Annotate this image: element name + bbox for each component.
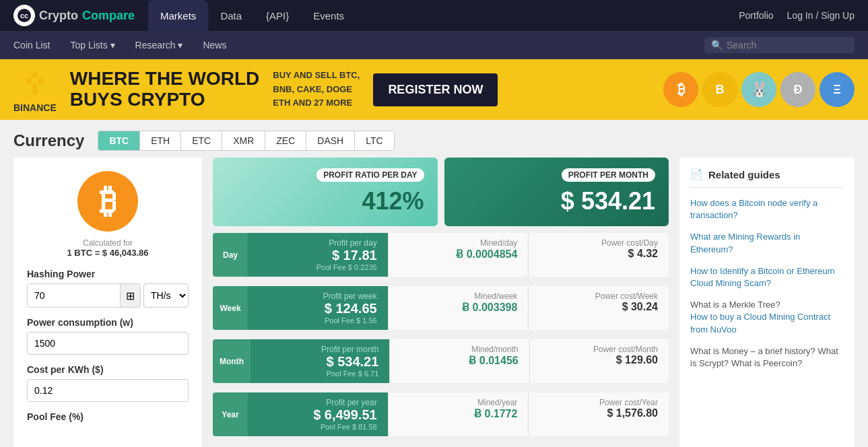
nav-data[interactable]: Data [208, 0, 254, 31]
coin-bnb: B [702, 72, 737, 107]
hashing-unit-select[interactable]: TH/s GH/s MH/s [143, 283, 189, 308]
power-consumption-group: Power consumption (w) [27, 317, 189, 355]
row-day-profit-value: $ 17.81 [332, 248, 377, 263]
svg-marker-3 [26, 77, 33, 84]
portfolio-link[interactable]: Portfolio [739, 10, 773, 21]
tab-dash[interactable]: DASH [306, 131, 355, 150]
data-row-year: Year Profit per year $ 6,499.51 Pool Fee… [213, 392, 669, 436]
row-day-power-value: $ 4.32 [628, 248, 658, 260]
related-link-0[interactable]: How does a Bitcoin node verify a transac… [690, 197, 844, 221]
tab-etc[interactable]: ETC [181, 131, 222, 150]
currency-tabs: BTC ETH ETC XMR ZEC DASH LTC [98, 131, 394, 151]
search-box[interactable]: 🔍 [704, 37, 855, 53]
search-input[interactable] [727, 40, 848, 50]
row-day-pool-fee: Pool Fee $ 0.2235 [316, 263, 377, 271]
register-button[interactable]: REGISTER NOW [373, 73, 498, 106]
row-week-profit-value: $ 124.65 [325, 301, 377, 316]
row-month-mined-value: Ƀ 0.01456 [469, 354, 518, 367]
nav-api[interactable]: {API} [254, 0, 301, 31]
top-navbar: cc CryptoCompare Markets Data {API} Even… [0, 0, 868, 31]
row-month-pool-fee: Pool Fee $ 6.71 [327, 370, 379, 378]
calc-rate: 1 BTC = $ 46,043.86 [67, 248, 148, 258]
profit-day-card: PROFIT RATIO PER DAY 412% [213, 158, 438, 226]
logo-icon: cc [13, 5, 35, 26]
related-link-1[interactable]: What are Mining Rewards in Ethereum? [690, 231, 844, 255]
row-year-period: Year [213, 392, 248, 436]
row-month-mined: Mined/month Ƀ 0.01456 [389, 339, 529, 383]
related-text-3: What is a Merkle Tree? [690, 300, 780, 310]
top-nav-links: Markets Data {API} Events [148, 0, 739, 31]
search-icon: 🔍 [711, 40, 723, 50]
related-link-2[interactable]: How to Identify a Bitcoin or Ethereum Cl… [690, 265, 844, 289]
profit-day-value: 412% [362, 187, 424, 215]
power-consumption-input[interactable] [27, 332, 189, 355]
hashing-power-stepper[interactable]: ⊞ [120, 284, 140, 307]
row-year-mined-value: Ƀ 0.1772 [474, 407, 517, 420]
row-week-mined: Mined/week Ƀ 0.003398 [388, 286, 529, 330]
row-day-main: Profit per day $ 17.81 Pool Fee $ 0.2235 [248, 233, 388, 277]
row-week-pool-fee: Pool Fee $ 1.56 [325, 316, 377, 324]
svg-text:cc: cc [20, 11, 28, 20]
row-year-mined: Mined/year Ƀ 0.1772 [388, 392, 529, 436]
data-row-day: Day Profit per day $ 17.81 Pool Fee $ 0.… [213, 233, 669, 277]
row-month-power-label: Power cost/Month [593, 345, 658, 354]
hashing-power-input[interactable] [28, 284, 120, 307]
power-consumption-label: Power consumption (w) [27, 317, 189, 328]
related-link-4[interactable]: How to buy a Cloud Mining Contract from … [690, 311, 844, 335]
nav-news[interactable]: News [203, 40, 226, 50]
pool-fee-label: Pool Fee (%) [27, 411, 189, 422]
svg-marker-6 [31, 88, 38, 95]
cost-kwh-label: Cost per KWh ($) [27, 364, 189, 375]
hashing-power-group: Hashing Power ⊞ TH/s GH/s MH/s [27, 269, 189, 308]
coin-btc: ₿ [663, 72, 698, 107]
related-guides-icon: 📄 [690, 168, 703, 180]
binance-icon [18, 66, 52, 100]
row-week-mined-label: Mined/week [474, 291, 517, 301]
row-week-period: Week [213, 286, 248, 330]
nav-coin-list[interactable]: Coin List [13, 40, 50, 50]
main-content: Currency BTC ETH ETC XMR ZEC DASH LTC ₿ … [0, 120, 868, 447]
profit-cards: PROFIT RATIO PER DAY 412% PROFIT PER MON… [213, 158, 669, 226]
left-panel: ₿ Calculated for 1 BTC = $ 46,043.86 Has… [13, 158, 202, 447]
row-week-main: Profit per week $ 124.65 Pool Fee $ 1.56 [248, 286, 388, 330]
row-year-pool-fee: Pool Fee $ 81.58 [321, 423, 377, 431]
hashing-power-label: Hashing Power [27, 269, 189, 279]
data-row-month: Month Profit per month $ 534.21 Pool Fee… [213, 339, 669, 383]
profit-month-value: $ 534.21 [561, 187, 655, 215]
banner: BINANCE WHERE THE WORLD BUYS CRYPTO BUY … [0, 59, 868, 120]
login-link[interactable]: Log In / Sign Up [787, 10, 855, 21]
tab-eth[interactable]: ETH [140, 131, 181, 150]
banner-logo: BINANCE [13, 66, 57, 113]
row-day-period: Day [213, 233, 248, 277]
profit-month-label: PROFIT PER MONTH [562, 168, 655, 182]
coin-d: Ð [780, 72, 815, 107]
currency-header: Currency BTC ETH ETC XMR ZEC DASH LTC [13, 120, 855, 158]
tab-ltc[interactable]: LTC [355, 131, 393, 150]
nav-events[interactable]: Events [301, 0, 356, 31]
tab-btc[interactable]: BTC [98, 131, 140, 150]
row-year-power-value: $ 1,576.80 [607, 407, 658, 419]
data-row-week: Week Profit per week $ 124.65 Pool Fee $… [213, 286, 669, 330]
logo: cc CryptoCompare [13, 5, 135, 26]
cost-kwh-input[interactable] [27, 379, 189, 402]
nav-research[interactable]: Research ▾ [135, 40, 183, 50]
row-day-mined-label: Mined/day [480, 238, 517, 248]
tab-xmr[interactable]: XMR [222, 131, 265, 150]
content-row: ₿ Calculated for 1 BTC = $ 46,043.86 Has… [13, 158, 855, 447]
row-day-power-label: Power cost/Day [601, 238, 658, 248]
row-year-main: Profit per year $ 6,499.51 Pool Fee $ 81… [248, 392, 388, 436]
btc-symbol: ₿ [100, 182, 116, 221]
tab-zec[interactable]: ZEC [265, 131, 306, 150]
calc-for-label: Calculated for [83, 238, 133, 248]
row-month-power-value: $ 129.60 [616, 354, 658, 366]
logo-text-crypto: Crypto [39, 9, 78, 23]
row-week-power-label: Power cost/Week [595, 291, 658, 301]
nav-markets[interactable]: Markets [148, 0, 208, 31]
nav-top-lists[interactable]: Top Lists ▾ [70, 40, 114, 50]
row-year-power-label: Power cost/Year [599, 398, 658, 407]
center-panel: PROFIT RATIO PER DAY 412% PROFIT PER MON… [213, 158, 669, 447]
binance-brand: BINANCE [13, 102, 57, 113]
row-month-profit-value: $ 534.21 [326, 354, 378, 370]
right-panel: 📄 Related guides How does a Bitcoin node… [679, 158, 855, 447]
cost-kwh-group: Cost per KWh ($) [27, 364, 189, 402]
